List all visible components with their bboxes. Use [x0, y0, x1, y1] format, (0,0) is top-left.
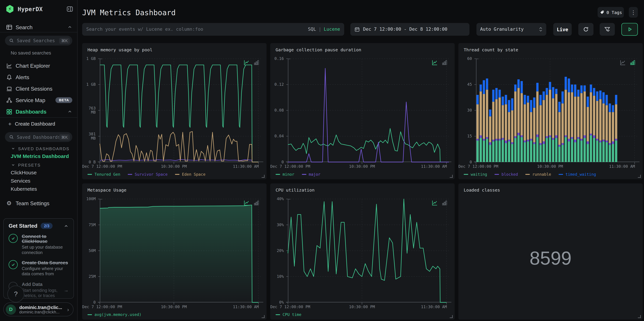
divider [0, 117, 77, 118]
x-axis-labels: Dec 7 12:00:00 PM10:30:00 PM11:30:00 AM [288, 164, 449, 170]
kebab-menu-button[interactable]: ⋮ [629, 7, 638, 17]
calendar-icon [354, 27, 360, 32]
chevron-up-icon[interactable] [64, 224, 68, 228]
plot-area[interactable] [100, 199, 261, 303]
chart-panel-gc-pause: Garbage collection pause duration 0.160.… [270, 43, 455, 179]
user-email: dominic.tran@clickh... [19, 310, 67, 314]
chart-legend: CPU time [276, 312, 302, 317]
saved-dashboards-search[interactable]: ⌘K [5, 132, 72, 142]
step-subtitle: Set up your database connection [22, 245, 68, 255]
chevron-right-icon: › [67, 306, 69, 313]
step-title: Connect to ClickHouse [22, 234, 68, 244]
granularity-select[interactable]: Auto Granularity [476, 23, 546, 36]
group-presets[interactable]: PRESETS [11, 161, 41, 169]
search-icon [9, 134, 14, 139]
chart-title: CPU utilization [276, 188, 314, 192]
help-button[interactable]: ? [8, 286, 24, 303]
saved-searches-input[interactable] [17, 38, 59, 43]
sidebar-item-label: Service Map [16, 97, 45, 103]
chart-title: Loaded classes [464, 188, 500, 192]
y-axis-labels: 100M75M50M25M0 [82, 199, 97, 303]
live-button[interactable]: Live [553, 23, 572, 36]
brand-name: HyperDX [18, 6, 43, 12]
sidebar-collapse-icon[interactable] [66, 6, 73, 12]
check-circle-icon [8, 234, 18, 243]
filter-button[interactable] [600, 23, 615, 36]
lucene-option[interactable]: Lucene [324, 27, 340, 32]
sidebar-item-label: Client Sessions [16, 86, 52, 92]
resize-handle[interactable] [262, 315, 264, 318]
resize-handle[interactable] [638, 315, 641, 318]
sidebar: ⚡ HyperDX Search ⌘K No saved searches [0, 0, 78, 321]
get-started-title: Get Started [8, 223, 37, 229]
sidebar-item-team-settings[interactable]: ⚙ Team Settings [0, 197, 77, 209]
tags-button[interactable]: 0 Tags [598, 7, 624, 17]
chart-legend: minormajor [276, 172, 320, 177]
chevron-up-icon[interactable] [68, 25, 72, 29]
plus-icon: + [8, 121, 12, 127]
chart-panel-metaspace: Metaspace Usage 100M75M50M25M0 Dec 7 12:… [82, 183, 266, 320]
create-dashboard-label: Create Dashboard [15, 121, 55, 127]
sidebar-item-search[interactable]: Search [0, 21, 77, 33]
plot-area[interactable] [100, 59, 261, 162]
run-query-button[interactable] [621, 23, 638, 36]
chevron-up-icon[interactable] [68, 109, 72, 114]
query-language-toggle[interactable]: SQL | Lucene [308, 27, 340, 32]
sidebar-item-chart-explorer[interactable]: Chart Explorer [0, 60, 77, 71]
chart-panel-cpu-utilization: CPU utilization 40%30%20%10%0% Dec 7 12:… [270, 183, 455, 320]
refresh-button[interactable] [578, 23, 594, 36]
event-search-input[interactable] [86, 27, 308, 32]
no-saved-searches-note: No saved searches [11, 50, 51, 55]
get-started-step-datasources[interactable]: Create Data Sources Configure where your… [8, 260, 68, 277]
dashboard-item-services[interactable]: Services [11, 177, 30, 185]
granularity-value: Auto Granularity [480, 27, 524, 32]
chart-legend: waitingblockedrunnabletimed_waiting [464, 172, 596, 177]
page-title: JVM Metrics Dashboard [82, 8, 176, 17]
get-started-step-connect[interactable]: Connect to ClickHouse Set up your databa… [8, 234, 68, 255]
avatar: D [6, 304, 16, 315]
saved-dashboards-input[interactable] [17, 134, 59, 140]
sql-option[interactable]: SQL [308, 27, 316, 32]
dashboards-grid-icon [6, 108, 12, 115]
plot-area[interactable] [476, 59, 637, 162]
sidebar-item-dashboards[interactable]: Dashboards [0, 106, 77, 117]
plot-area[interactable] [288, 59, 449, 162]
tags-label: 0 Tags [606, 10, 622, 15]
sidebar-item-service-map[interactable]: Service Map BETA [0, 94, 77, 106]
beta-badge: BETA [56, 97, 72, 103]
group-saved-dashboards[interactable]: SAVED DASHBOARDS [11, 145, 70, 152]
chart-explorer-icon [6, 62, 12, 69]
search-results-icon [6, 24, 12, 30]
resize-handle[interactable] [262, 175, 264, 178]
step-subtitle: Configure where your data comes from [22, 266, 68, 277]
plot-area[interactable] [288, 199, 449, 303]
arrow-right-icon: → [64, 287, 68, 293]
date-range-picker[interactable]: Dec 7 12:00:00 - Dec 8 12:00:00 [350, 23, 470, 36]
create-dashboard-button[interactable]: + Create Dashboard [8, 119, 55, 129]
user-name: dominic.tran@clic... [19, 305, 67, 310]
sidebar-item-client-sessions[interactable]: Client Sessions [0, 83, 77, 94]
y-axis-labels: 604530150 [458, 59, 474, 162]
shortcut-badge: ⌘K [59, 134, 70, 140]
saved-searches-search[interactable]: ⌘K [5, 36, 72, 45]
chart-title: Heap memory usage by pool [88, 47, 152, 52]
chevron-down-icon [11, 163, 15, 167]
dashboard-item-clickhouse[interactable]: ClickHouse [11, 169, 37, 177]
play-icon [627, 27, 632, 32]
group-label: PRESETS [18, 163, 41, 167]
gear-icon: ⚙ [6, 200, 12, 206]
resize-handle[interactable] [450, 315, 452, 318]
chart-legend: Tenured GenSurvivor SpaceEden Space [88, 172, 206, 177]
filter-edit-icon [604, 26, 610, 32]
hyperdx-app: ⚡ HyperDX Search ⌘K No saved searches [0, 0, 644, 321]
resize-handle[interactable] [638, 175, 641, 178]
sidebar-item-alerts[interactable]: Alerts [0, 71, 77, 83]
resize-handle[interactable] [450, 175, 452, 178]
user-account-button[interactable]: D dominic.tran@clic... dominic.tran@clic… [3, 303, 74, 317]
event-search-bar: SQL | Lucene [82, 23, 344, 36]
chart-panel-thread-count: Thread count by state 604530150 Dec 7 12… [458, 43, 643, 179]
service-map-icon [6, 97, 12, 103]
y-axis-labels: 40%30%20%10%0% [270, 199, 286, 303]
dashboard-item-kubernetes[interactable]: Kubernetes [11, 185, 37, 193]
dashboard-item-jvm-metrics[interactable]: JVM Metrics Dashboard [11, 152, 69, 160]
